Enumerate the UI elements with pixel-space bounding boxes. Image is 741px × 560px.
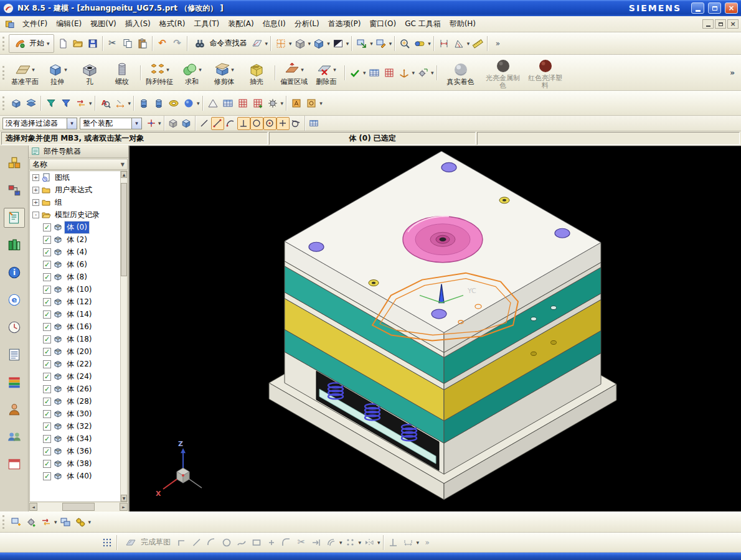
menu-item[interactable]: 文件(F)	[18, 17, 52, 31]
visibility-checkbox-icon[interactable]: ✓	[43, 236, 51, 244]
menu-item[interactable]: GC 工具箱	[400, 17, 445, 31]
visibility-checkbox-icon[interactable]: ✓	[43, 460, 51, 468]
dropdown-arrow-icon[interactable]: ▾	[427, 40, 432, 47]
sketch-icon[interactable]	[250, 36, 265, 51]
feature-button-删除面[interactable]: ▾删除面	[310, 60, 342, 86]
navigator-body-row[interactable]: ✓体 (40)	[30, 470, 120, 482]
titlebar[interactable]: NX 8.5 - 建模 - [zhuangpeitu_UG7.5.prt （修改…	[0, 0, 741, 16]
navigator-vertical-scrollbar[interactable]: ▲ ▼	[120, 171, 127, 502]
tree-body-label[interactable]: 体 (36)	[65, 446, 93, 457]
grid-red-icon[interactable]	[235, 96, 250, 111]
display-grid-icon[interactable]	[273, 36, 288, 51]
tree-body-label[interactable]: 体 (38)	[65, 458, 93, 470]
cube-blue-icon[interactable]	[180, 117, 193, 130]
line-icon[interactable]	[189, 535, 204, 550]
mdi-minimize-button[interactable]	[702, 19, 714, 29]
finish-sketch-button[interactable]: 完成草图	[120, 535, 174, 550]
selection-scope-dropdown[interactable]: 整个装配 ▾	[80, 118, 142, 129]
orange-b-icon[interactable]	[304, 96, 319, 111]
tree-body-label[interactable]: 体 (26)	[65, 383, 93, 395]
navigator-body-row[interactable]: ✓体 (34)	[30, 432, 120, 445]
scroll-thumb[interactable]	[121, 183, 127, 276]
navigator-body-row[interactable]: ✓体 (38)	[30, 457, 120, 470]
trim-icon[interactable]: ✂	[294, 535, 309, 550]
navigator-body-row[interactable]: ✓体 (16)	[30, 320, 120, 333]
chev-icon[interactable]: »	[490, 36, 505, 51]
dropdown-arrow-icon[interactable]: ▾	[377, 539, 381, 546]
menu-item[interactable]: 工具(T)	[189, 17, 224, 31]
dropdown-arrow-icon[interactable]: ▾	[196, 100, 201, 106]
table-blue-icon[interactable]	[367, 65, 382, 80]
visibility-checkbox-icon[interactable]: ✓	[43, 323, 51, 331]
screw-hole[interactable]	[531, 352, 537, 355]
win-arrow-icon[interactable]	[354, 36, 369, 51]
hd3d-tool-tab[interactable]: i	[4, 263, 25, 282]
menu-item[interactable]: 插入(S)	[121, 17, 155, 31]
dropdown-arrow-icon[interactable]: ▾	[430, 70, 435, 76]
table-blue-icon[interactable]	[308, 117, 321, 130]
scroll-track[interactable]	[37, 503, 120, 511]
cube-gray-icon[interactable]	[293, 36, 308, 51]
mold-assembly-model[interactable]	[269, 151, 616, 500]
paste-icon[interactable]	[135, 36, 150, 51]
fillet-icon[interactable]	[279, 535, 294, 550]
visibility-checkbox-icon[interactable]: ✓	[43, 435, 51, 443]
dropdown-arrow-icon[interactable]: ▾	[88, 519, 92, 525]
minimize-button[interactable]	[691, 2, 704, 14]
offset-icon[interactable]	[324, 535, 339, 550]
dropdown-arrow-icon[interactable]: ▾	[32, 67, 35, 73]
roles-tab[interactable]	[4, 399, 25, 419]
scroll-left-icon[interactable]: ◄	[29, 503, 37, 511]
scroll-track[interactable]	[121, 178, 127, 495]
dropdown-arrow-icon[interactable]: ▾	[319, 100, 323, 106]
navigator-group-row[interactable]: +用户表达式	[30, 184, 120, 196]
cyl-blue-icon[interactable]	[151, 96, 166, 111]
feature-button-修剪体[interactable]: ▾修剪体	[208, 60, 240, 86]
dropdown-arrow-icon[interactable]: ▾	[54, 519, 58, 525]
dropdown-arrow-icon[interactable]: ▾	[128, 100, 132, 106]
tree-body-label[interactable]: 体 (12)	[65, 296, 93, 308]
visibility-checkbox-icon[interactable]: ✓	[43, 335, 51, 343]
visibility-checkbox-icon[interactable]: ✓	[43, 261, 51, 269]
tree-body-label[interactable]: 体 (30)	[65, 408, 93, 420]
funnel-teal-icon[interactable]	[44, 96, 59, 111]
dropdown-arrow-icon[interactable]: ▾	[288, 40, 293, 47]
navigator-body-row[interactable]: ✓体 (22)	[30, 358, 120, 370]
tree-body-label[interactable]: 体 (32)	[65, 421, 93, 432]
dropdown-arrow-icon[interactable]: ▾	[326, 40, 331, 47]
tree-body-label[interactable]: 体 (2)	[65, 234, 89, 246]
navigator-group-row[interactable]: +图纸	[30, 171, 120, 184]
menu-item[interactable]: 信息(I)	[258, 17, 290, 31]
tree-body-label[interactable]: 体 (6)	[65, 259, 89, 271]
dim-icon[interactable]	[401, 535, 416, 550]
menu-item[interactable]: 视图(V)	[86, 17, 121, 31]
navigator-body-row[interactable]: ✓体 (28)	[30, 395, 120, 408]
bg-split-icon[interactable]	[331, 36, 346, 51]
visibility-checkbox-icon[interactable]: ✓	[43, 422, 51, 431]
navigator-body-row[interactable]: ✓体 (30)	[30, 408, 120, 420]
cross-red-icon[interactable]	[144, 117, 158, 130]
extend-icon[interactable]	[309, 535, 324, 550]
scroll-up-icon[interactable]: ▲	[121, 171, 127, 178]
visibility-checkbox-icon[interactable]: ✓	[43, 472, 51, 480]
history-tab[interactable]	[4, 317, 25, 337]
overflow-chevron-icon[interactable]: »	[730, 68, 735, 77]
feature-button-抽壳[interactable]: 抽壳	[240, 60, 273, 86]
more-icon[interactable]: »	[420, 535, 435, 550]
extrude-mini-icon[interactable]	[9, 96, 24, 111]
dropdown-arrow-icon[interactable]: ▾	[389, 40, 393, 47]
tree-body-label[interactable]: 体 (40)	[65, 470, 93, 482]
navigator-body-row[interactable]: ✓体 (36)	[30, 445, 120, 457]
point-icon[interactable]	[264, 535, 279, 550]
cyl-blue-icon[interactable]	[136, 96, 151, 111]
chevron-down-icon[interactable]: ▾	[46, 40, 50, 47]
expander-icon[interactable]: -	[32, 212, 39, 218]
check-gear-icon[interactable]	[347, 65, 362, 80]
gears-yellow-icon[interactable]	[73, 515, 88, 530]
circle-icon[interactable]	[219, 535, 234, 550]
navigator-body-row[interactable]: ✓体 (24)	[30, 370, 120, 383]
scroll-thumb[interactable]	[62, 503, 95, 511]
snap-arc-icon[interactable]	[224, 117, 237, 130]
tree-group-label[interactable]: 图纸	[53, 172, 72, 184]
tree-body-label[interactable]: 体 (34)	[65, 433, 93, 445]
